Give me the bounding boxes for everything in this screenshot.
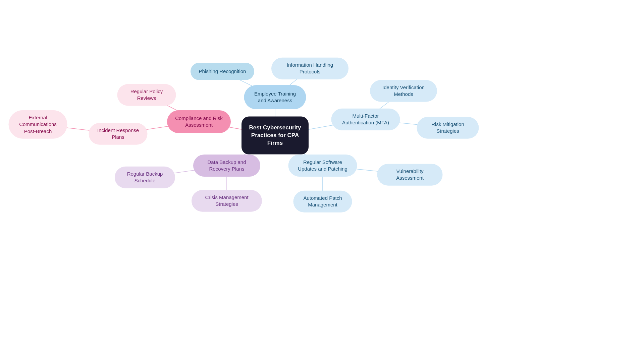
node-identity-verify: Identity Verification Methods — [370, 80, 437, 102]
node-crisis-mgmt: Crisis Management Strategies — [192, 190, 262, 212]
node-vuln-assess: Vulnerability Assessment — [377, 164, 443, 186]
node-mfa: Multi-Factor Authentication (MFA) — [331, 109, 400, 130]
node-regular-backup: Regular Backup Schedule — [115, 167, 175, 188]
node-external-comms: External Communications Post-Breach — [9, 110, 67, 139]
connections-svg — [0, 0, 644, 363]
node-data-backup: Data Backup and Recovery Plans — [193, 155, 260, 177]
node-risk-mit: Risk Mitigation Strategies — [417, 117, 479, 139]
mindmap-canvas: Best Cybersecurity Practices for CPA Fir… — [0, 0, 644, 363]
node-incident-response: Incident Response Plans — [89, 123, 148, 145]
node-regular-policy: Regular Policy Reviews — [117, 84, 176, 106]
node-phishing: Phishing Recognition — [191, 63, 254, 80]
node-info-handling: Information Handling Protocols — [271, 58, 348, 79]
center-node: Best Cybersecurity Practices for CPA Fir… — [241, 117, 309, 155]
node-software-updates: Regular Software Updates and Patching — [288, 155, 357, 177]
node-auto-patch: Automated Patch Management — [293, 191, 352, 213]
node-employee-training: Employee Training and Awareness — [244, 85, 306, 109]
node-compliance: Compliance and Risk Assessment — [167, 110, 231, 133]
